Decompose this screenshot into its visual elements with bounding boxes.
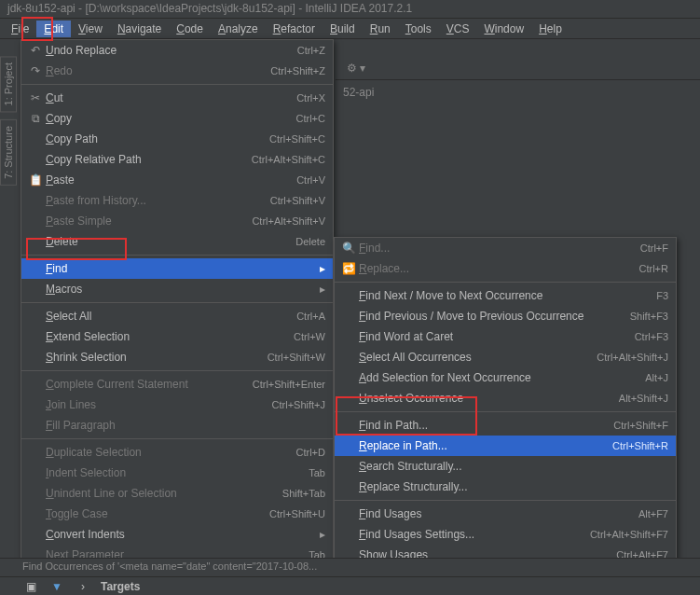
edit-item-complete-current-statement[interactable]: Complete Current StatementCtrl+Shift+Ent… [21,374,333,394]
find-item-replace-in-path[interactable]: Replace in Path...Ctrl+Shift+R [335,436,676,456]
menu-item-shortcut: Shift+Tab [282,488,325,499]
menu-item-label: Find Word at Caret [359,330,635,343]
menu-refactor[interactable]: Refactor [266,21,323,37]
find-item-replace[interactable]: 🔁Replace...Ctrl+R [335,258,676,279]
menu-item-label: Unindent Line or Selection [46,487,282,500]
menu-item-label: Find Usages Settings... [359,528,590,541]
find-item-find[interactable]: 🔍Find...Ctrl+F [335,238,676,258]
menu-item-shortcut: Ctrl+Shift+J [272,399,325,410]
menu-item-label: Replace... [359,262,639,275]
menu-item-label: Select All [46,310,296,323]
edit-item-select-all[interactable]: Select AllCtrl+A [21,306,333,326]
menu-navigate[interactable]: Navigate [110,21,169,37]
find-item-search-structurally[interactable]: Search Structurally... [335,456,676,477]
edit-item-join-lines[interactable]: Join LinesCtrl+Shift+J [21,394,333,415]
menu-item-shortcut: Alt+J [645,372,668,383]
edit-item-extend-selection[interactable]: Extend SelectionCtrl+W [21,326,333,347]
menu-item-shortcut: Ctrl+Shift+W [268,352,325,363]
menu-help[interactable]: Help [531,21,570,37]
statusbar: Find Occurrences of '<meta name="date" c… [0,558,700,576]
edit-item-indent-selection[interactable]: Indent SelectionTab [21,463,333,483]
edit-separator [21,370,333,371]
menu-item-shortcut: Ctrl+Shift+Z [270,65,325,76]
side-tabs: 1: Project 7: Structure [0,56,19,193]
edit-item-copy-relative-path[interactable]: Copy Relative PathCtrl+Alt+Shift+C [21,149,333,170]
edit-item-copy[interactable]: ⧉CopyCtrl+C [21,108,333,129]
menu-item-label: Redo [46,64,270,77]
🔍-icon: 🔍 [338,242,359,255]
edit-item-paste[interactable]: 📋PasteCtrl+V [21,170,333,190]
find-item-find-previous-move-to-previous-occurrence[interactable]: Find Previous / Move to Previous Occurre… [335,306,676,326]
filter-icon[interactable]: ▼ [48,580,65,593]
find-item-replace-structurally[interactable]: Replace Structurally... [335,477,676,497]
menu-item-label: Replace in Path... [359,439,612,452]
menu-item-shortcut: Alt+Shift+J [619,393,668,404]
menu-build[interactable]: Build [323,21,363,37]
edit-item-shrink-selection[interactable]: Shrink SelectionCtrl+Shift+W [21,347,333,367]
menu-analyze[interactable]: Analyze [211,21,266,37]
menu-item-shortcut: Ctrl+W [294,331,325,342]
find-item-find-word-at-caret[interactable]: Find Word at CaretCtrl+F3 [335,326,676,347]
menu-vcs[interactable]: VCS [439,21,477,37]
find-item-find-usages[interactable]: Find UsagesAlt+F7 [335,504,676,524]
menu-item-label: Indent Selection [46,466,309,479]
↶-icon: ↶ [25,44,46,57]
edit-item-cut[interactable]: ✂CutCtrl+X [21,88,333,108]
menu-item-shortcut: Tab [309,467,325,478]
side-tab-project[interactable]: 1: Project [0,56,17,112]
edit-item-convert-indents[interactable]: Convert Indents▸ [21,524,333,545]
menu-item-shortcut: Delete [295,236,325,247]
find-item-add-selection-for-next-occurrence[interactable]: Add Selection for Next OccurrenceAlt+J [335,367,676,388]
edit-item-fill-paragraph[interactable]: Fill Paragraph [21,415,333,436]
menu-run[interactable]: Run [363,21,398,37]
menu-item-label: Find [46,262,314,275]
find-item-find-usages-settings[interactable]: Find Usages Settings...Ctrl+Alt+Shift+F7 [335,524,676,545]
menu-item-label: Convert Indents [46,528,314,541]
find-separator [335,500,676,501]
side-tab-structure[interactable]: 7: Structure [0,119,17,186]
edit-item-redo[interactable]: ↷RedoCtrl+Shift+Z [21,61,333,81]
📋-icon: 📋 [25,173,46,187]
menu-item-label: Replace Structurally... [359,480,668,493]
expand-icon[interactable]: › [75,580,91,593]
edit-item-duplicate-selection[interactable]: Duplicate SelectionCtrl+D [21,442,333,463]
✂-icon: ✂ [25,91,46,104]
menu-view[interactable]: View [71,21,110,37]
edit-item-macros[interactable]: Macros▸ [21,279,333,299]
edit-item-undo-replace[interactable]: ↶Undo ReplaceCtrl+Z [21,40,333,61]
menu-item-shortcut: Ctrl+Shift+V [270,195,325,206]
edit-item-unindent-line-or-selection[interactable]: Unindent Line or SelectionShift+Tab [21,483,333,504]
breadcrumb: 52-api [336,80,700,104]
menu-item-shortcut: Ctrl+Shift+Enter [253,379,325,390]
menu-code[interactable]: Code [169,21,211,37]
menu-window[interactable]: Window [476,21,531,37]
menu-item-shortcut: Ctrl+C [296,113,325,124]
menu-item-shortcut: Ctrl+F [640,242,668,254]
menu-item-label: Copy [46,112,296,125]
edit-item-toggle-case[interactable]: Toggle CaseCtrl+Shift+U [21,504,333,524]
find-item-select-all-occurrences[interactable]: Select All OccurrencesCtrl+Alt+Shift+J [335,347,676,367]
menu-item-label: Fill Paragraph [46,419,325,432]
edit-item-copy-path[interactable]: Copy PathCtrl+Shift+C [21,129,333,149]
menu-item-shortcut: Ctrl+F3 [635,331,668,342]
menu-item-shortcut: Ctrl+Alt+Shift+C [252,154,325,165]
edit-item-paste-from-history[interactable]: Paste from History...Ctrl+Shift+V [21,190,333,211]
menu-item-shortcut: Ctrl+Alt+Shift+J [597,352,668,363]
edit-item-paste-simple[interactable]: Paste SimpleCtrl+Alt+Shift+V [21,211,333,231]
bottombar: ▣ ▼ › Targets [0,576,700,595]
edit-separator [21,84,333,85]
menu-tools[interactable]: Tools [398,21,439,37]
menu-item-label: Complete Current Statement [46,378,253,391]
menu-item-label: Copy Relative Path [46,153,252,166]
edit-item-find[interactable]: Find▸ [21,258,333,279]
find-item-find-next-move-to-next-occurrence[interactable]: Find Next / Move to Next OccurrenceF3 [335,285,676,306]
menu-item-label: Undo Replace [46,44,297,57]
menu-item-shortcut: Ctrl+Alt+Shift+V [252,215,325,227]
gear-icon[interactable]: ⚙ ▾ [347,62,365,75]
highlight-find-in-path [336,396,477,436]
menu-item-label: Duplicate Selection [46,446,296,459]
panel-icon[interactable]: ▣ [22,580,39,593]
menu-item-label: Join Lines [46,398,272,411]
edit-separator [21,438,333,439]
menu-item-shortcut: Ctrl+Alt+Shift+F7 [590,529,668,540]
